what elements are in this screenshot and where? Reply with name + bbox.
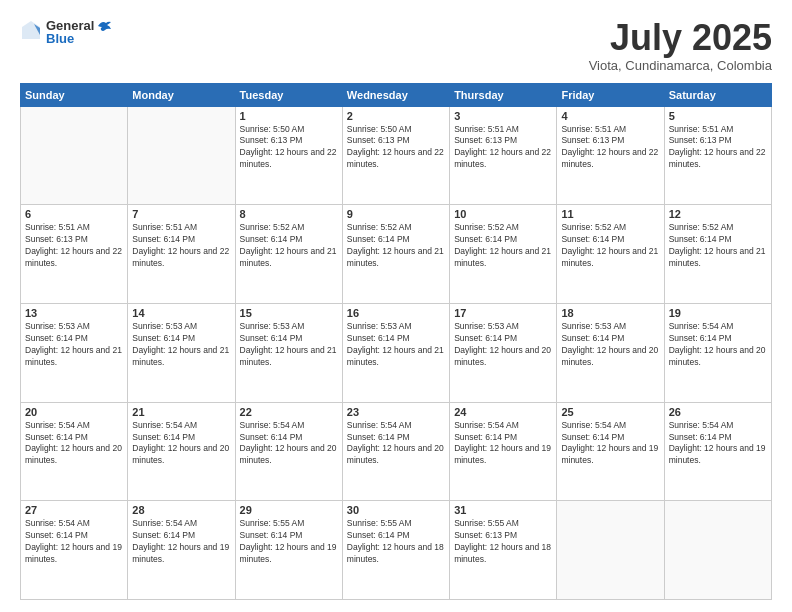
calendar-week-row: 13Sunrise: 5:53 AMSunset: 6:14 PMDayligh… <box>21 303 772 402</box>
calendar-cell <box>664 501 771 600</box>
day-number: 9 <box>347 208 445 220</box>
day-number: 10 <box>454 208 552 220</box>
day-info: Sunrise: 5:53 AMSunset: 6:14 PMDaylight:… <box>132 321 230 369</box>
calendar-day-header: Thursday <box>450 83 557 106</box>
day-number: 5 <box>669 110 767 122</box>
day-number: 27 <box>25 504 123 516</box>
day-info: Sunrise: 5:55 AMSunset: 6:13 PMDaylight:… <box>454 518 552 566</box>
day-number: 20 <box>25 406 123 418</box>
calendar-cell: 5Sunrise: 5:51 AMSunset: 6:13 PMDaylight… <box>664 106 771 205</box>
day-info: Sunrise: 5:52 AMSunset: 6:14 PMDaylight:… <box>347 222 445 270</box>
calendar-cell: 10Sunrise: 5:52 AMSunset: 6:14 PMDayligh… <box>450 205 557 304</box>
calendar-cell: 12Sunrise: 5:52 AMSunset: 6:14 PMDayligh… <box>664 205 771 304</box>
day-info: Sunrise: 5:51 AMSunset: 6:13 PMDaylight:… <box>25 222 123 270</box>
day-info: Sunrise: 5:53 AMSunset: 6:14 PMDaylight:… <box>347 321 445 369</box>
day-number: 8 <box>240 208 338 220</box>
logo: General Blue <box>20 18 112 46</box>
calendar-cell: 13Sunrise: 5:53 AMSunset: 6:14 PMDayligh… <box>21 303 128 402</box>
day-info: Sunrise: 5:53 AMSunset: 6:14 PMDaylight:… <box>561 321 659 369</box>
calendar-cell: 31Sunrise: 5:55 AMSunset: 6:13 PMDayligh… <box>450 501 557 600</box>
calendar-cell: 16Sunrise: 5:53 AMSunset: 6:14 PMDayligh… <box>342 303 449 402</box>
day-info: Sunrise: 5:51 AMSunset: 6:14 PMDaylight:… <box>132 222 230 270</box>
header: General Blue July 2025 Viota, Cundinamar… <box>20 18 772 73</box>
calendar-cell: 17Sunrise: 5:53 AMSunset: 6:14 PMDayligh… <box>450 303 557 402</box>
day-number: 1 <box>240 110 338 122</box>
day-number: 7 <box>132 208 230 220</box>
calendar-day-header: Tuesday <box>235 83 342 106</box>
day-number: 4 <box>561 110 659 122</box>
day-info: Sunrise: 5:52 AMSunset: 6:14 PMDaylight:… <box>669 222 767 270</box>
calendar-cell: 3Sunrise: 5:51 AMSunset: 6:13 PMDaylight… <box>450 106 557 205</box>
day-number: 2 <box>347 110 445 122</box>
calendar-cell: 29Sunrise: 5:55 AMSunset: 6:14 PMDayligh… <box>235 501 342 600</box>
day-number: 17 <box>454 307 552 319</box>
day-info: Sunrise: 5:54 AMSunset: 6:14 PMDaylight:… <box>669 321 767 369</box>
calendar-cell: 7Sunrise: 5:51 AMSunset: 6:14 PMDaylight… <box>128 205 235 304</box>
logo-bird-icon <box>96 19 112 33</box>
calendar-cell: 22Sunrise: 5:54 AMSunset: 6:14 PMDayligh… <box>235 402 342 501</box>
page: General Blue July 2025 Viota, Cundinamar… <box>0 0 792 612</box>
calendar-cell <box>128 106 235 205</box>
day-number: 31 <box>454 504 552 516</box>
day-info: Sunrise: 5:54 AMSunset: 6:14 PMDaylight:… <box>669 420 767 468</box>
day-info: Sunrise: 5:53 AMSunset: 6:14 PMDaylight:… <box>25 321 123 369</box>
day-info: Sunrise: 5:50 AMSunset: 6:13 PMDaylight:… <box>347 124 445 172</box>
calendar-week-row: 1Sunrise: 5:50 AMSunset: 6:13 PMDaylight… <box>21 106 772 205</box>
day-number: 28 <box>132 504 230 516</box>
day-info: Sunrise: 5:54 AMSunset: 6:14 PMDaylight:… <box>132 518 230 566</box>
day-number: 19 <box>669 307 767 319</box>
day-info: Sunrise: 5:54 AMSunset: 6:14 PMDaylight:… <box>25 420 123 468</box>
day-number: 6 <box>25 208 123 220</box>
calendar-cell: 8Sunrise: 5:52 AMSunset: 6:14 PMDaylight… <box>235 205 342 304</box>
day-number: 23 <box>347 406 445 418</box>
calendar-cell: 30Sunrise: 5:55 AMSunset: 6:14 PMDayligh… <box>342 501 449 600</box>
day-info: Sunrise: 5:54 AMSunset: 6:14 PMDaylight:… <box>561 420 659 468</box>
day-number: 29 <box>240 504 338 516</box>
day-number: 26 <box>669 406 767 418</box>
day-number: 11 <box>561 208 659 220</box>
calendar-week-row: 6Sunrise: 5:51 AMSunset: 6:13 PMDaylight… <box>21 205 772 304</box>
subtitle: Viota, Cundinamarca, Colombia <box>589 58 772 73</box>
calendar-cell: 26Sunrise: 5:54 AMSunset: 6:14 PMDayligh… <box>664 402 771 501</box>
calendar-cell: 15Sunrise: 5:53 AMSunset: 6:14 PMDayligh… <box>235 303 342 402</box>
calendar-table: SundayMondayTuesdayWednesdayThursdayFrid… <box>20 83 772 600</box>
calendar-day-header: Friday <box>557 83 664 106</box>
day-info: Sunrise: 5:53 AMSunset: 6:14 PMDaylight:… <box>454 321 552 369</box>
day-info: Sunrise: 5:51 AMSunset: 6:13 PMDaylight:… <box>669 124 767 172</box>
calendar-cell: 18Sunrise: 5:53 AMSunset: 6:14 PMDayligh… <box>557 303 664 402</box>
day-info: Sunrise: 5:54 AMSunset: 6:14 PMDaylight:… <box>240 420 338 468</box>
title-area: July 2025 Viota, Cundinamarca, Colombia <box>589 18 772 73</box>
calendar-cell <box>557 501 664 600</box>
calendar-cell: 21Sunrise: 5:54 AMSunset: 6:14 PMDayligh… <box>128 402 235 501</box>
day-info: Sunrise: 5:51 AMSunset: 6:13 PMDaylight:… <box>454 124 552 172</box>
calendar-day-header: Wednesday <box>342 83 449 106</box>
logo-icon <box>20 19 42 41</box>
calendar-cell: 24Sunrise: 5:54 AMSunset: 6:14 PMDayligh… <box>450 402 557 501</box>
day-info: Sunrise: 5:52 AMSunset: 6:14 PMDaylight:… <box>454 222 552 270</box>
logo-blue-text: Blue <box>46 31 112 46</box>
month-title: July 2025 <box>589 18 772 58</box>
day-info: Sunrise: 5:51 AMSunset: 6:13 PMDaylight:… <box>561 124 659 172</box>
calendar-cell: 6Sunrise: 5:51 AMSunset: 6:13 PMDaylight… <box>21 205 128 304</box>
day-number: 16 <box>347 307 445 319</box>
calendar-header-row: SundayMondayTuesdayWednesdayThursdayFrid… <box>21 83 772 106</box>
calendar-day-header: Monday <box>128 83 235 106</box>
day-number: 24 <box>454 406 552 418</box>
calendar-cell: 20Sunrise: 5:54 AMSunset: 6:14 PMDayligh… <box>21 402 128 501</box>
day-number: 12 <box>669 208 767 220</box>
calendar-cell: 25Sunrise: 5:54 AMSunset: 6:14 PMDayligh… <box>557 402 664 501</box>
day-number: 15 <box>240 307 338 319</box>
calendar-cell: 4Sunrise: 5:51 AMSunset: 6:13 PMDaylight… <box>557 106 664 205</box>
calendar-cell: 9Sunrise: 5:52 AMSunset: 6:14 PMDaylight… <box>342 205 449 304</box>
day-number: 22 <box>240 406 338 418</box>
calendar-cell: 23Sunrise: 5:54 AMSunset: 6:14 PMDayligh… <box>342 402 449 501</box>
calendar-cell <box>21 106 128 205</box>
day-info: Sunrise: 5:55 AMSunset: 6:14 PMDaylight:… <box>347 518 445 566</box>
day-number: 14 <box>132 307 230 319</box>
calendar-cell: 1Sunrise: 5:50 AMSunset: 6:13 PMDaylight… <box>235 106 342 205</box>
calendar-cell: 19Sunrise: 5:54 AMSunset: 6:14 PMDayligh… <box>664 303 771 402</box>
day-info: Sunrise: 5:53 AMSunset: 6:14 PMDaylight:… <box>240 321 338 369</box>
calendar-cell: 2Sunrise: 5:50 AMSunset: 6:13 PMDaylight… <box>342 106 449 205</box>
day-info: Sunrise: 5:52 AMSunset: 6:14 PMDaylight:… <box>240 222 338 270</box>
day-info: Sunrise: 5:54 AMSunset: 6:14 PMDaylight:… <box>132 420 230 468</box>
